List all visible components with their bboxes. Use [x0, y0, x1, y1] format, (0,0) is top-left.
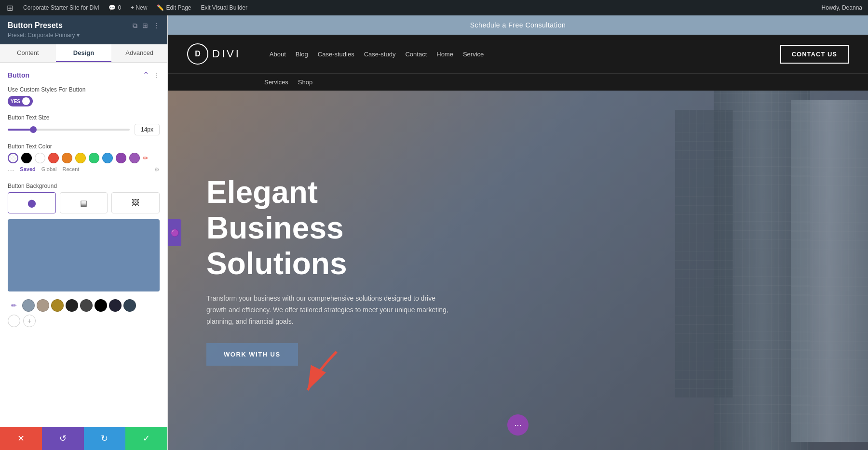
nav-blog[interactable]: Blog — [296, 51, 308, 58]
hero-content: Elegant Business Solutions Transform you… — [168, 146, 496, 394]
color-tab-saved[interactable]: Saved — [20, 166, 35, 175]
nav-contact-button[interactable]: CONTACT US — [780, 45, 849, 64]
divi-panel-toggle[interactable]: 🟣 — [168, 219, 181, 246]
color-gear-icon[interactable]: ⚙ — [154, 166, 160, 175]
nav-shop[interactable]: Shop — [298, 79, 312, 86]
color-tab-global[interactable]: Global — [41, 166, 57, 175]
pencil-bottom-icon[interactable]: ✏ — [8, 299, 20, 312]
nav-service[interactable]: Service — [463, 51, 484, 58]
undo-button[interactable]: ↺ — [42, 427, 84, 450]
tab-advanced[interactable]: Advanced — [111, 44, 167, 62]
color-swatch-transparent[interactable] — [8, 153, 18, 163]
section-collapse-icon[interactable]: ⌃ — [143, 70, 149, 79]
bg-option-color[interactable]: ⬤ — [8, 192, 56, 213]
admin-exit-builder[interactable]: Exit Visual Builder — [199, 4, 249, 11]
nav-links: About Blog Case-studies Case-study Conta… — [270, 51, 780, 58]
main-layout: Button Presets ⧉ ⊞ ⋮ Preset: Corporate P… — [0, 15, 868, 450]
nav-case-study[interactable]: Case-study — [364, 51, 396, 58]
redo-icon: ↻ — [101, 433, 108, 444]
color-pencil-icon[interactable]: ✏ — [143, 154, 149, 162]
left-panel: Button Presets ⧉ ⊞ ⋮ Preset: Corporate P… — [0, 15, 168, 450]
add-swatch-btn[interactable]: + — [23, 315, 36, 327]
site-logo: D DIVI — [187, 43, 241, 65]
panel-subtitle: Preset: Corporate Primary ▾ — [8, 32, 160, 39]
toggle-container: YES — [8, 96, 160, 106]
bg-options: ⬤ ▤ 🖼 — [8, 192, 160, 213]
admin-howdy[interactable]: Howdy, Deanna — [820, 4, 865, 11]
section-more-icon[interactable]: ⋮ — [153, 71, 160, 79]
bottom-swatches-row: ✏ + — [8, 299, 160, 327]
hero-title: Elegant Business Solutions — [206, 175, 457, 281]
color-dots-icon[interactable]: ··· — [8, 166, 14, 175]
site-nav: D DIVI About Blog Case-studies Case-stud… — [168, 35, 868, 73]
section-header: Button ⌃ ⋮ — [8, 70, 160, 79]
color-tabs: ··· Saved Global Recent ⚙ — [8, 166, 160, 175]
logo-text: DIVI — [212, 48, 241, 60]
admin-bar-right: Howdy, Deanna — [820, 4, 865, 11]
comments-icon: 💬 — [108, 4, 116, 11]
bottom-action-bar: ✕ ↺ ↻ ✓ — [0, 427, 167, 450]
slider-value-input[interactable] — [135, 124, 160, 135]
custom-styles-toggle[interactable]: YES — [8, 96, 33, 106]
nav-about[interactable]: About — [270, 51, 286, 58]
admin-site-name[interactable]: Corporate Starter Site for Divi — [21, 4, 101, 11]
wp-logo-icon[interactable]: ⊞ — [4, 2, 15, 13]
bottom-swatch-1[interactable] — [22, 299, 35, 312]
bg-gradient-icon: ▤ — [80, 199, 87, 208]
admin-comments[interactable]: 💬 0 — [107, 4, 123, 11]
nav-case-studies[interactable]: Case-studies — [318, 51, 354, 58]
grid-icon[interactable]: ⊞ — [142, 22, 148, 29]
text-color-label: Button Text Color — [8, 143, 160, 150]
text-size-row: Button Text Size — [8, 114, 160, 135]
nav-services[interactable]: Services — [264, 79, 288, 86]
cancel-button[interactable]: ✕ — [0, 427, 42, 450]
tab-content[interactable]: Content — [0, 44, 56, 62]
bottom-swatch-3[interactable] — [51, 299, 64, 312]
color-swatch-white[interactable] — [35, 153, 45, 163]
text-color-row: Button Text Color ✏ ··· Saved — [8, 143, 160, 175]
panel-header-icons: ⧉ ⊞ ⋮ — [133, 22, 160, 30]
copy-icon[interactable]: ⧉ — [133, 22, 137, 30]
admin-new[interactable]: + New — [129, 4, 149, 11]
panel-header: Button Presets ⧉ ⊞ ⋮ Preset: Corporate P… — [0, 15, 167, 44]
bottom-swatch-8[interactable] — [123, 299, 136, 312]
panel-body: Button ⌃ ⋮ Use Custom Styles For Button … — [0, 63, 167, 427]
save-button[interactable]: ✓ — [125, 427, 167, 450]
bg-color-icon: ⬤ — [27, 199, 36, 208]
admin-edit-page[interactable]: ✏️ Edit Page — [155, 4, 193, 11]
nav-contact[interactable]: Contact — [405, 51, 427, 58]
custom-styles-row: Use Custom Styles For Button YES — [8, 86, 160, 106]
color-swatch-purple[interactable] — [116, 153, 126, 163]
bottom-swatch-4[interactable] — [66, 299, 78, 312]
bottom-swatch-2[interactable] — [37, 299, 49, 312]
bottom-swatch-7[interactable] — [109, 299, 122, 312]
undo-icon: ↺ — [59, 433, 67, 444]
nav-row2: Services Shop — [168, 73, 868, 91]
chevron-down-icon[interactable]: ▾ — [77, 32, 80, 39]
bottom-swatch-5[interactable] — [80, 299, 93, 312]
color-swatch-black[interactable] — [21, 153, 32, 163]
color-swatch-red[interactable] — [48, 153, 59, 163]
more-icon[interactable]: ⋮ — [153, 22, 160, 29]
slider-fill — [8, 129, 32, 131]
bottom-swatch-6[interactable] — [95, 299, 107, 312]
color-tab-recent[interactable]: Recent — [63, 166, 80, 175]
redo-button[interactable]: ↻ — [84, 427, 126, 450]
nav-home[interactable]: Home — [436, 51, 453, 58]
toggle-knob — [22, 97, 30, 105]
color-swatch-green[interactable] — [89, 153, 99, 163]
bg-option-gradient[interactable]: ▤ — [60, 192, 108, 213]
color-swatch-yellow[interactable] — [75, 153, 86, 163]
bottom-swatches: ✏ — [8, 299, 160, 312]
slider-thumb[interactable] — [30, 126, 37, 133]
color-swatch-orange[interactable] — [62, 153, 72, 163]
color-swatch-blue[interactable] — [102, 153, 113, 163]
floating-menu-button[interactable]: ··· — [507, 414, 529, 436]
panel-tabs: Content Design Advanced — [0, 44, 167, 63]
color-swatch-light-purple[interactable] — [129, 153, 140, 163]
bg-option-image[interactable]: 🖼 — [111, 192, 160, 213]
hero-cta-button[interactable]: WORK WITH US — [206, 343, 298, 366]
hero-subtitle: Transform your business with our compreh… — [206, 293, 457, 327]
tab-design[interactable]: Design — [56, 44, 112, 62]
hero-section: Elegant Business Solutions Transform you… — [168, 91, 868, 450]
